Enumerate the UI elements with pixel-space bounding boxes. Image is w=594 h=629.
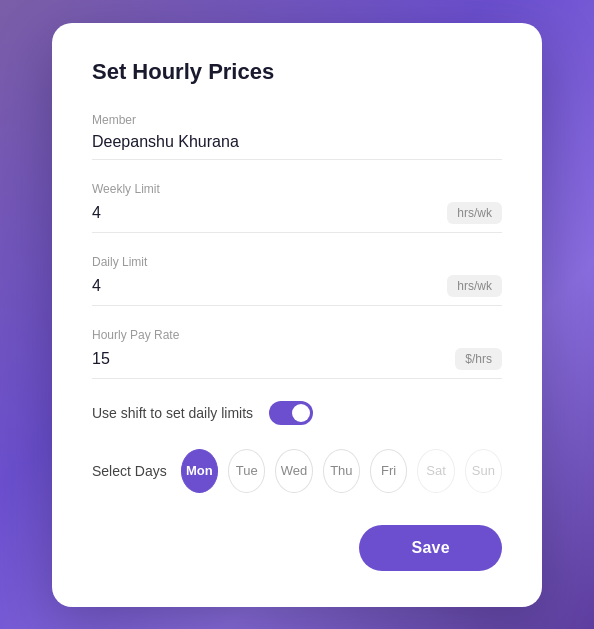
- weekly-limit-field-group: Weekly Limit 4 hrs/wk: [92, 182, 502, 233]
- day-button-wed[interactable]: Wed: [275, 449, 312, 493]
- daily-limit-unit: hrs/wk: [447, 275, 502, 297]
- day-button-sun[interactable]: Sun: [465, 449, 502, 493]
- hourly-pay-unit: $/hrs: [455, 348, 502, 370]
- day-button-fri[interactable]: Fri: [370, 449, 407, 493]
- weekly-limit-unit: hrs/wk: [447, 202, 502, 224]
- day-button-tue[interactable]: Tue: [228, 449, 265, 493]
- select-days-row: Select Days Mon Tue Wed Thu Fri Sat Sun: [92, 449, 502, 493]
- weekly-limit-value: 4: [92, 204, 447, 222]
- hourly-pay-label: Hourly Pay Rate: [92, 328, 502, 342]
- day-button-mon[interactable]: Mon: [181, 449, 218, 493]
- day-button-thu[interactable]: Thu: [323, 449, 360, 493]
- member-field-row: Deepanshu Khurana: [92, 133, 502, 160]
- card-footer: Save: [92, 525, 502, 571]
- daily-limit-field-group: Daily Limit 4 hrs/wk: [92, 255, 502, 306]
- weekly-limit-label: Weekly Limit: [92, 182, 502, 196]
- daily-limit-label: Daily Limit: [92, 255, 502, 269]
- toggle-label: Use shift to set daily limits: [92, 405, 253, 421]
- hourly-pay-value: 15: [92, 350, 455, 368]
- daily-limit-field-row: 4 hrs/wk: [92, 275, 502, 306]
- weekly-limit-field-row: 4 hrs/wk: [92, 202, 502, 233]
- daily-limit-value: 4: [92, 277, 447, 295]
- member-label: Member: [92, 113, 502, 127]
- hourly-pay-field-group: Hourly Pay Rate 15 $/hrs: [92, 328, 502, 379]
- select-days-label: Select Days: [92, 463, 167, 479]
- save-button[interactable]: Save: [359, 525, 502, 571]
- toggle-row: Use shift to set daily limits: [92, 401, 502, 425]
- hourly-pay-field-row: 15 $/hrs: [92, 348, 502, 379]
- shift-daily-limits-toggle[interactable]: [269, 401, 313, 425]
- day-button-sat[interactable]: Sat: [417, 449, 454, 493]
- card-title: Set Hourly Prices: [92, 59, 502, 85]
- member-value: Deepanshu Khurana: [92, 133, 502, 151]
- set-hourly-prices-card: Set Hourly Prices Member Deepanshu Khura…: [52, 23, 542, 607]
- member-field-group: Member Deepanshu Khurana: [92, 113, 502, 160]
